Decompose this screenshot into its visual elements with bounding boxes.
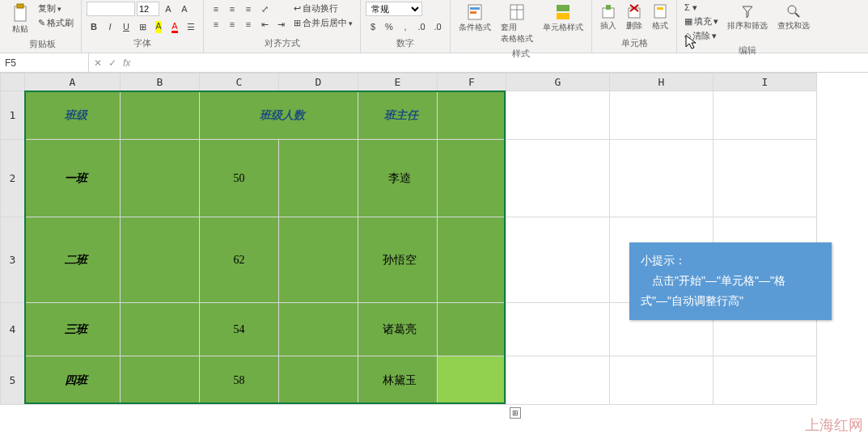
copy-button[interactable]: 复制▾ [36,2,76,15]
indent-dec-button[interactable]: ⇤ [257,17,272,32]
cell[interactable]: 一班 [25,140,121,217]
fill-button[interactable]: ▦ 填充▾ [682,15,721,28]
cell[interactable]: 54 [200,303,279,356]
fx-icon[interactable]: fx [123,57,130,69]
align-bottom-button[interactable]: ≡ [241,2,256,16]
format-painter-button[interactable]: ✎格式刷 [36,16,76,30]
cell[interactable] [279,140,358,217]
cell[interactable] [506,356,610,405]
cell[interactable]: 诸葛亮 [358,303,438,356]
phonetic-button[interactable]: ☰ [184,19,198,34]
clear-button[interactable]: ◇ 清除▾ [682,29,721,43]
delete-cells-button[interactable]: 删除 [623,2,646,33]
cell[interactable]: 50 [200,140,279,217]
decrease-font-button[interactable]: A [177,2,192,16]
col-header[interactable]: D [279,74,358,91]
conditional-format-button[interactable]: 条件格式 [455,2,494,35]
paste-button[interactable]: 粘贴 [8,2,32,36]
cell[interactable]: 班主任 [358,91,438,140]
cell[interactable]: 孙悟空 [358,217,438,303]
row-header[interactable]: 2 [1,140,25,217]
cell[interactable]: 四班 [25,356,121,405]
cell[interactable] [506,217,610,303]
wrap-text-button[interactable]: ↩ 自动换行 [291,2,355,15]
merge-center-button[interactable]: ⊞ 合并后居中▾ [291,16,355,30]
cell[interactable]: 62 [200,217,279,303]
col-header[interactable]: H [610,74,713,91]
quick-analysis-icon[interactable]: ⊞ [510,407,521,419]
cell[interactable] [438,217,506,303]
cell[interactable] [438,91,506,140]
cell[interactable]: 班级人数 [200,91,358,140]
cell[interactable]: 二班 [25,217,121,303]
format-table-button[interactable]: 套用 表格格式 [498,2,536,46]
col-header[interactable]: G [506,74,610,91]
cell[interactable]: 58 [200,356,279,405]
cell[interactable] [279,217,358,303]
orientation-button[interactable]: ⤢ [257,2,272,16]
cell[interactable] [121,303,200,356]
cell-active[interactable] [438,356,506,405]
indent-inc-button[interactable]: ⇥ [273,17,288,32]
cell[interactable] [506,303,610,356]
cell[interactable] [713,91,817,140]
currency-button[interactable]: $ [366,19,380,34]
cell[interactable] [121,356,200,405]
cell[interactable]: 林黛玉 [358,356,438,405]
col-header[interactable]: F [438,74,506,91]
col-header[interactable]: I [713,74,817,91]
cancel-icon[interactable]: ✕ [94,57,102,69]
cell[interactable] [438,140,506,217]
cell[interactable] [713,356,817,405]
row-header[interactable]: 4 [1,303,25,356]
sort-filter-button[interactable]: 排序和筛选 [724,2,771,33]
format-cells-button[interactable]: 格式 [649,2,671,33]
percent-button[interactable]: % [382,19,396,34]
border-button[interactable]: ⊞ [135,19,150,34]
cell[interactable]: 班级 [25,91,121,140]
cell[interactable] [121,217,200,303]
cell[interactable] [438,303,506,356]
select-all-corner[interactable] [1,74,25,91]
cell[interactable] [506,91,610,140]
cell[interactable] [279,356,358,405]
increase-font-button[interactable]: A [161,2,176,16]
row-header[interactable]: 3 [1,217,25,303]
find-select-button[interactable]: 查找和选 [774,2,813,33]
cell-styles-button[interactable]: 单元格样式 [540,2,586,35]
cell[interactable] [713,140,817,217]
font-color-button[interactable]: A [167,19,182,34]
align-left-button[interactable]: ≡ [209,17,223,32]
cell[interactable] [610,356,713,405]
cell[interactable]: 三班 [25,303,121,356]
cell[interactable] [121,91,200,140]
row-header[interactable]: 5 [1,356,25,405]
cell[interactable] [121,140,200,217]
number-format-select[interactable]: 常规 [366,2,422,16]
col-header[interactable]: A [25,74,121,91]
cell[interactable] [279,303,358,356]
font-size-input[interactable] [137,2,159,16]
enter-icon[interactable]: ✓ [108,57,116,69]
align-right-button[interactable]: ≡ [241,17,256,32]
align-middle-button[interactable]: ≡ [225,2,239,16]
inc-decimal-button[interactable]: .0 [414,19,429,34]
underline-button[interactable]: U [119,19,133,34]
comma-button[interactable]: , [398,19,413,34]
italic-button[interactable]: I [103,19,117,34]
cell[interactable] [610,91,713,140]
cell[interactable] [506,140,610,217]
name-box[interactable]: F5 [0,53,89,72]
insert-cells-button[interactable]: 插入 [597,2,620,33]
col-header[interactable]: C [200,74,279,91]
font-name-input[interactable] [87,2,135,16]
row-header[interactable]: 1 [1,91,25,140]
fill-color-button[interactable]: A [151,19,166,34]
dec-decimal-button[interactable]: .0 [430,19,445,34]
align-center-button[interactable]: ≡ [225,17,239,32]
bold-button[interactable]: B [87,19,101,34]
align-top-button[interactable]: ≡ [209,2,223,16]
autosum-button[interactable]: Σ ▾ [682,2,721,14]
cell[interactable] [610,140,713,217]
cell[interactable]: 李逵 [358,140,438,217]
